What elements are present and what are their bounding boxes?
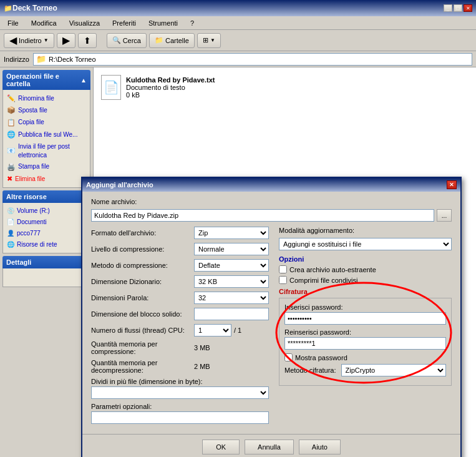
help-button[interactable]: Aiuto (299, 440, 341, 455)
repassword-input[interactable] (284, 337, 446, 350)
mem-decompress-value: 2 MB (194, 363, 210, 370)
show-password-label: Mostra password (295, 354, 347, 361)
compress-shared-checkbox[interactable] (279, 276, 287, 284)
auto-extract-label: Crea archivio auto-estraente (289, 266, 376, 273)
back-label: Indietro (19, 37, 42, 44)
archive-browse-button[interactable]: ... (437, 209, 452, 222)
dialog-close-button[interactable]: ✕ (447, 180, 457, 189)
up-button[interactable]: ⬆ (78, 33, 97, 48)
views-dropdown-icon[interactable]: ▼ (210, 37, 215, 43)
archive-name-control: ... (91, 209, 452, 222)
menu-bar: File Modifica Visualizza Preferiti Strum… (0, 16, 476, 30)
menu-visualizza[interactable]: Visualizza (67, 19, 102, 27)
forward-icon: ▶ (62, 34, 70, 46)
auto-extract-checkbox[interactable] (279, 265, 287, 273)
mem-decompress-label: Quantità memoria per decompressione: (91, 359, 194, 374)
compression-level-select[interactable]: Normale (194, 243, 269, 255)
optional-params-section: Parametri opzionali: (91, 403, 269, 424)
cancel-button[interactable]: Annulla (245, 440, 294, 455)
title-bar: 📁 Deck Torneo _ □ ✕ (0, 0, 476, 16)
cipher-method-row: Metodo cifratura: ZipCrypto (284, 364, 446, 376)
cipher-method-label: Metodo cifratura: (284, 366, 336, 374)
archive-name-row: Nome archivio: (91, 198, 452, 205)
threads-wrap: 1 / 1 (194, 324, 241, 337)
solid-block-label: Dimensione del blocco solido: (91, 310, 194, 318)
minimize-button[interactable]: _ (444, 4, 452, 12)
cipher-box: Inserisci password: Reinserisci password… (279, 298, 452, 386)
compression-level-row: Livello di compressione: Normale (91, 243, 269, 255)
toolbar: ◀ Indietro ▼ ▶ ⬆ 🔍 Cerca 📁 Cartelle ⊞ ▼ (0, 30, 476, 51)
menu-help[interactable]: ? (188, 19, 197, 27)
address-path: R:\Deck Torneo (49, 56, 96, 63)
split-section: Dividi in più file (dimensione in byte): (91, 378, 269, 399)
options-title: Opzioni (279, 255, 452, 263)
address-bar: Indirizzo 📁 R:\Deck Torneo (0, 51, 476, 67)
search-button[interactable]: 🔍 Cerca (107, 33, 147, 48)
auto-extract-row: Crea archivio auto-estraente (279, 265, 452, 273)
dialog-title: Aggiungi all'archivio (86, 181, 153, 189)
back-icon: ◀ (9, 34, 17, 46)
optional-params-label: Parametri opzionali: (91, 403, 269, 410)
password-label: Inserisci password: (284, 303, 343, 311)
threads-select[interactable]: 1 (194, 324, 231, 337)
archive-name-input[interactable] (91, 209, 434, 222)
split-select[interactable] (91, 386, 269, 399)
mem-compress-row: Quantità memoria per compressione: 3 MB (91, 340, 269, 355)
menu-modifica[interactable]: Modifica (29, 19, 59, 27)
compression-method-label: Metodo di compressione: (91, 262, 194, 269)
close-button[interactable]: ✕ (464, 4, 472, 12)
mem-compress-label: Quantità memoria per compressione: (91, 340, 194, 355)
format-label: Formato dell'archivio: (91, 229, 194, 237)
cipher-method-select[interactable]: ZipCrypto (341, 364, 446, 376)
archive-dialog: Aggiungi all'archivio ✕ Nome archivio: .… (81, 177, 462, 457)
folders-button[interactable]: 📁 Cartelle (149, 33, 195, 48)
cipher-title: Cifratura (279, 288, 452, 295)
forward-button[interactable]: ▶ (57, 33, 75, 48)
archive-name-input-row: ... (91, 209, 452, 222)
threads-label: Numero di flussi (thread) CPU: (91, 327, 194, 334)
optional-params-input[interactable] (91, 411, 269, 424)
memory-section: Quantità memoria per compressione: 3 MB … (91, 340, 269, 374)
ok-button[interactable]: OK (202, 440, 240, 455)
word-size-label: Dimensioni Parola: (91, 294, 194, 302)
views-icon: ⊞ (203, 36, 208, 44)
views-button[interactable]: ⊞ ▼ (197, 33, 221, 48)
word-size-select[interactable]: 32 (194, 292, 269, 304)
dialog-title-bar: Aggiungi all'archivio ✕ (82, 178, 460, 192)
archive-name-label: Nome archivio: (91, 198, 194, 205)
left-column: Formato dell'archivio: Zip Livello di co… (91, 227, 269, 424)
menu-file[interactable]: File (5, 19, 21, 27)
dialog-overlay: Aggiungi all'archivio ✕ Nome archivio: .… (0, 67, 476, 457)
title-bar-text: Deck Torneo (12, 4, 444, 12)
repassword-row: Reinserisci password: (284, 328, 446, 350)
compress-shared-label: Comprimi file condivisi (289, 277, 357, 284)
format-row: Formato dell'archivio: Zip (91, 227, 269, 239)
update-mode-label: Modalità aggiornamento: (279, 227, 354, 234)
show-password-row: Mostra password (284, 353, 446, 361)
address-label: Indirizzo (4, 56, 29, 63)
threads-of: / 1 (234, 327, 241, 334)
dialog-footer: OK Annulla Aiuto (82, 434, 460, 457)
title-bar-icon: 📁 (4, 4, 12, 12)
password-row: Inserisci password: (284, 303, 446, 325)
cipher-section: Cifratura Inserisci password: Reinserisc… (279, 288, 452, 386)
folders-icon: 📁 (155, 36, 163, 44)
solid-block-input[interactable] (194, 308, 269, 320)
compression-method-select[interactable]: Deflate (194, 259, 269, 272)
menu-strumenti[interactable]: Strumenti (146, 19, 180, 27)
solid-block-row: Dimensione del blocco solido: (91, 308, 269, 320)
threads-row: Numero di flussi (thread) CPU: 1 / 1 (91, 324, 269, 337)
search-icon: 🔍 (112, 36, 121, 44)
address-input[interactable]: 📁 R:\Deck Torneo (33, 53, 472, 66)
format-select[interactable]: Zip (194, 227, 269, 239)
compression-method-row: Metodo di compressione: Deflate (91, 259, 269, 272)
back-button[interactable]: ◀ Indietro ▼ (4, 33, 54, 48)
dict-size-select[interactable]: 32 KB (194, 275, 269, 288)
show-password-checkbox[interactable] (284, 353, 293, 361)
update-mode-select[interactable]: Aggiungi e sostituisci i file (279, 238, 452, 250)
back-dropdown-icon[interactable]: ▼ (44, 37, 49, 43)
password-input[interactable] (284, 312, 446, 325)
maximize-button[interactable]: □ (454, 4, 462, 12)
menu-preferiti[interactable]: Preferiti (110, 19, 138, 27)
folders-label: Cartelle (165, 37, 189, 44)
